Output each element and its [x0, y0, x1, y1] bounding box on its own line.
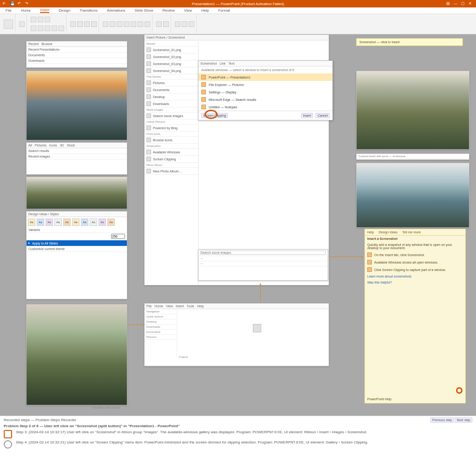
nav-item[interactable]: Browse icons — [145, 137, 198, 144]
nav-item[interactable]: Screenshot_01.png — [145, 46, 198, 53]
list-item[interactable]: Recent Presentations — [26, 47, 127, 53]
thumbnail-moor-large[interactable] — [26, 304, 127, 405]
thumbnail-moor-strip[interactable] — [26, 177, 127, 209]
header-footer-button[interactable] — [117, 21, 122, 27]
maximize-icon[interactable]: ▢ — [461, 1, 466, 6]
mini-tab[interactable]: Help — [197, 304, 204, 308]
mini-tab[interactable]: Insert — [176, 304, 184, 308]
photo-album-button[interactable] — [45, 17, 50, 22]
style-chip[interactable]: Aa — [28, 218, 35, 226]
style-chip[interactable]: Aa — [46, 218, 53, 226]
nav-item[interactable]: Pictures — [145, 79, 198, 86]
tab-review[interactable]: Review — [163, 8, 175, 13]
mini-tab[interactable]: Tools — [187, 304, 194, 308]
tab-help[interactable]: Help — [201, 8, 209, 13]
tab-transitions[interactable]: Transitions — [79, 8, 98, 13]
style-chip[interactable]: Aa — [37, 218, 44, 226]
help-tab[interactable]: Help — [367, 231, 374, 234]
result-row[interactable]: — — [198, 256, 328, 261]
tab-recent[interactable]: Recent — [28, 42, 39, 46]
audio-button[interactable] — [182, 21, 187, 27]
customize-theme[interactable]: Customize current theme — [26, 246, 127, 252]
mini-tab[interactable]: Home — [154, 304, 163, 308]
cat-pictures[interactable]: Pictures — [35, 144, 46, 147]
style-chip[interactable]: Aa — [72, 218, 79, 226]
apply-all-button[interactable]: ▸ Apply to All Slides — [26, 240, 127, 246]
nav-item[interactable]: Desktop — [145, 93, 198, 100]
list-item[interactable]: Recent images — [26, 154, 127, 159]
nav-item[interactable]: Available Windows — [145, 149, 198, 156]
nav-item[interactable]: Screen Clipping — [145, 156, 198, 163]
nav-row[interactable]: Navigation — [145, 309, 177, 314]
nav-row[interactable]: Quick access — [145, 314, 177, 319]
available-window[interactable]: Microsoft Edge — Search results — [198, 96, 332, 103]
pictures-button[interactable] — [31, 17, 36, 22]
tab-design[interactable]: Design — [59, 8, 70, 13]
nav-item[interactable]: Powered by Bing — [145, 125, 198, 132]
addins-button[interactable] — [70, 21, 76, 27]
3d-models-button[interactable] — [45, 26, 50, 31]
nav-item[interactable]: New Photo Album… — [145, 168, 198, 175]
object-button[interactable] — [145, 21, 150, 27]
mini-tab[interactable]: File — [146, 304, 152, 308]
help-link[interactable]: Was this helpful? — [365, 279, 465, 285]
prev-step-button[interactable]: Previous step — [430, 417, 454, 423]
search-input[interactable] — [200, 251, 326, 255]
symbol-button[interactable] — [163, 21, 169, 27]
available-window[interactable]: PowerPoint — Presentation1 — [198, 73, 332, 81]
equation-button[interactable] — [156, 21, 162, 27]
style-chip[interactable]: Aa — [81, 218, 88, 226]
nav-item[interactable]: Screenshot_02.png — [145, 53, 198, 60]
smartart-button[interactable] — [52, 26, 57, 31]
style-chip[interactable]: Aa — [107, 218, 115, 226]
tab-home[interactable]: Home — [21, 8, 31, 13]
tab-insert[interactable]: Insert — [40, 8, 49, 13]
slide-number-button[interactable] — [138, 21, 143, 27]
style-chip[interactable]: Aa — [90, 218, 97, 226]
zoom-button[interactable] — [77, 21, 83, 27]
nav-row[interactable]: Desktop — [145, 319, 177, 324]
redo-icon[interactable]: ↷ — [25, 1, 30, 6]
insert-button[interactable]: Insert — [301, 113, 313, 118]
nav-row[interactable]: Pictures — [145, 335, 177, 340]
cat-3d[interactable]: 3D — [60, 144, 64, 147]
tab-format[interactable]: Format — [218, 8, 230, 13]
size-field[interactable] — [111, 234, 125, 239]
tab-slideshow[interactable]: Slide Show — [135, 8, 153, 13]
list-item[interactable]: Search results — [26, 148, 127, 154]
wordart-button[interactable] — [124, 21, 129, 27]
screen-recording-button[interactable] — [189, 21, 194, 27]
next-step-button[interactable]: Next step — [455, 417, 472, 423]
nav-item[interactable]: Screenshot_04.png — [145, 67, 198, 74]
minimize-icon[interactable]: — — [454, 1, 458, 6]
cancel-button[interactable]: Cancel — [316, 113, 330, 118]
table-button[interactable] — [19, 21, 25, 27]
shapes-button[interactable] — [31, 26, 36, 31]
cat-icons[interactable]: Icons — [49, 144, 57, 147]
style-chip[interactable]: Aa — [63, 218, 71, 226]
flyout-tab[interactable]: Screenshot — [200, 62, 217, 65]
close-icon[interactable]: ✕ — [469, 1, 473, 6]
help-link[interactable]: Learn more about screenshots — [365, 273, 465, 279]
video-button[interactable] — [175, 21, 180, 27]
mini-tab[interactable]: View — [166, 304, 173, 308]
thumbnail-sunset[interactable] — [26, 71, 127, 140]
icons-button[interactable] — [38, 26, 43, 31]
help-tab[interactable]: Design Ideas — [378, 231, 397, 234]
thumbnail-rocky-shore[interactable] — [356, 163, 469, 228]
tab-file[interactable]: File — [6, 8, 12, 13]
textbox-button[interactable] — [110, 21, 115, 27]
tab-animations[interactable]: Animations — [107, 8, 126, 13]
nav-item[interactable]: Screenshot_03.png — [145, 60, 198, 67]
chart-button[interactable] — [59, 26, 64, 31]
flyout-tab[interactable]: Link — [219, 62, 225, 65]
tab-view[interactable]: View — [184, 8, 192, 13]
list-item[interactable]: Downloads — [26, 58, 127, 64]
nav-row[interactable]: Documents — [145, 330, 177, 335]
nav-item[interactable]: Documents — [145, 86, 198, 93]
save-icon[interactable]: 💾 — [10, 1, 15, 6]
link-button[interactable] — [84, 21, 90, 27]
list-item[interactable]: Documents — [26, 53, 127, 58]
flyout-tab[interactable]: Text — [228, 62, 234, 65]
style-chip[interactable]: Aa — [54, 218, 62, 226]
